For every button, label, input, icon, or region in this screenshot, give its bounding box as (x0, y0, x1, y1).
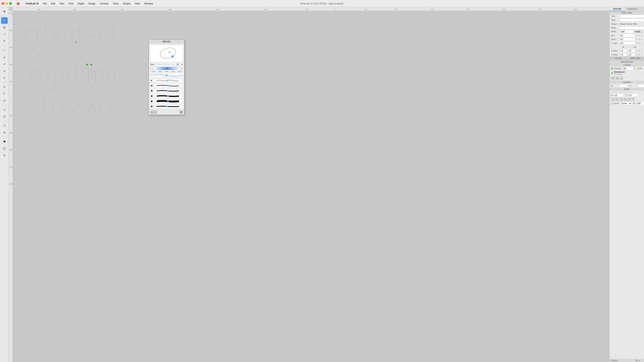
anchor-tool-btn[interactable] (1, 84, 8, 90)
size-dropdown[interactable]: ▼ (181, 64, 183, 66)
eyedrop-tool-btn[interactable] (1, 138, 8, 145)
knife-tool-btn[interactable] (1, 31, 8, 38)
n-input[interactable] (620, 84, 627, 87)
r-input[interactable] (636, 102, 644, 105)
asc-input[interactable] (620, 34, 635, 37)
size-slider[interactable] (155, 64, 174, 65)
brush-curve-slider[interactable] (150, 73, 183, 77)
brush-options-btn[interactable]: ☰ (180, 110, 183, 114)
fonts-options-icon[interactable]: ○ (641, 359, 642, 362)
size-input[interactable]: 30 (175, 63, 180, 66)
pressure-thumb[interactable] (166, 68, 168, 70)
modify-btn[interactable]: Modify... (634, 30, 642, 33)
lgap-refresh[interactable]: ↻ (641, 42, 642, 44)
maximize-button[interactable] (9, 2, 12, 5)
y-input[interactable] (628, 94, 638, 97)
menu-glyph[interactable]: Glyph (76, 1, 86, 6)
tsn-input[interactable] (620, 18, 644, 22)
desc-refresh[interactable]: ↻ (641, 38, 642, 40)
pen-tool-btn[interactable] (1, 47, 8, 54)
vstem-input1[interactable] (620, 49, 627, 52)
menu-fontlab[interactable]: FontLab VI (24, 1, 40, 6)
asc-refresh[interactable]: ↻ (641, 34, 642, 36)
opacity-input[interactable] (623, 67, 633, 70)
other-input[interactable] (620, 26, 644, 29)
ellipse-tool-btn[interactable] (1, 106, 8, 113)
hash-input[interactable] (638, 84, 644, 87)
canvas-content[interactable]: ✦ BRUSH ◢▷ (13, 11, 610, 362)
asc-down[interactable]: ▼ (638, 34, 640, 36)
panel-more-btn[interactable]: ⋯ (640, 7, 644, 11)
desc-up[interactable]: ▲ (636, 38, 638, 40)
canvas-area[interactable]: -3500 -3000 -2500 -2000 -1500 -1000 -500… (9, 7, 610, 362)
pressure-slider[interactable] (154, 67, 180, 70)
layer-settings-btn[interactable]: ⚙ (616, 76, 619, 80)
lgap-down[interactable]: ▼ (638, 42, 640, 44)
hstem-input1[interactable] (620, 53, 627, 56)
layer-eye-icon[interactable]: · (641, 72, 641, 74)
hand-tool-btn[interactable] (1, 122, 8, 129)
layer-lock-icon[interactable]: ·· (640, 72, 640, 74)
layer-settings-icon[interactable]: ○ (642, 72, 642, 74)
hstem-down[interactable]: ▼ (638, 54, 640, 56)
menu-file[interactable]: File (41, 1, 49, 6)
brush-tool-btn[interactable] (1, 61, 8, 67)
brush-item-5[interactable] (150, 99, 183, 104)
tfn-input[interactable] (620, 15, 644, 18)
x-input[interactable] (614, 94, 624, 97)
zoom-tool-btn[interactable] (1, 129, 8, 136)
remove-layer-btn[interactable]: − (620, 76, 623, 80)
star-tool-btn[interactable]: ★ (1, 8, 8, 15)
vstem-refresh[interactable]: ↻ (641, 50, 642, 52)
asc-up[interactable]: ▲ (636, 34, 638, 36)
add-layer-btn[interactable]: + (611, 76, 615, 80)
opacity-eye-icon[interactable]: 👁 (640, 68, 641, 70)
desc-input[interactable] (620, 38, 635, 41)
vstem-input2[interactable] (628, 49, 635, 52)
pencil-tool-btn[interactable] (1, 54, 8, 60)
minimize-button[interactable] (5, 2, 8, 5)
glyph-canvas[interactable] (16, 15, 247, 158)
transform-rotate-r[interactable]: ↱ (623, 98, 627, 101)
menu-edit[interactable]: Edit (49, 1, 57, 6)
tab-font-info-2[interactable]: FONT INFO (627, 57, 644, 60)
menu-view[interactable]: View (133, 1, 142, 6)
menu-tools[interactable]: Tools (111, 1, 120, 6)
brush-item-3[interactable] (150, 88, 183, 93)
layer-item-sketchboard[interactable]: Sketchboard 84 shapes ·· · ○ (610, 70, 644, 76)
transform-mirror[interactable]: ⇔ (627, 98, 631, 101)
transform-flip-h[interactable]: ↕ (611, 98, 615, 101)
lgap-input[interactable] (620, 42, 635, 45)
opacity-up[interactable]: ▲ (634, 68, 636, 70)
corner-type-select[interactable]: Corner Smooth Tangent (620, 102, 632, 105)
remove-brush-btn[interactable]: − (154, 110, 157, 114)
tab-glyph[interactable]: GLYPH (610, 57, 627, 60)
transform-flip-v[interactable]: △ (615, 98, 619, 101)
brush-item-2[interactable] (150, 84, 183, 88)
menu-shape[interactable]: Shape (86, 1, 98, 6)
pointer-tool-btn[interactable] (1, 17, 8, 24)
menu-scripts[interactable]: Scripts (121, 1, 132, 6)
menu-font[interactable]: Font (66, 1, 75, 6)
desc-down[interactable]: ▼ (638, 38, 640, 40)
measure-tool-btn[interactable] (1, 98, 8, 104)
lgap-up[interactable]: ▲ (636, 42, 638, 44)
text-tool-btn[interactable]: T (1, 38, 8, 44)
apple-menu[interactable]: 🍎 (14, 1, 22, 6)
opacity-visible-icon[interactable]: ○ (642, 68, 642, 70)
upm-input[interactable]: 1000 (620, 30, 634, 33)
brush-item-6[interactable] (150, 104, 183, 109)
opacity-lock-icon[interactable]: 🔒 (637, 68, 639, 70)
transform-rotate-l[interactable]: ↰ (619, 98, 623, 101)
hstem-input2[interactable] (628, 53, 635, 56)
guide-tool-btn[interactable] (1, 152, 8, 158)
brush-checkbox[interactable] (150, 67, 153, 70)
brush-item-4[interactable] (150, 94, 183, 98)
node-tool-btn[interactable] (1, 24, 8, 31)
add-brush-btn[interactable]: + (150, 110, 154, 114)
brush-item-1[interactable] (150, 78, 183, 83)
corner-tool-btn[interactable] (1, 90, 8, 97)
pinch-tool-btn[interactable] (1, 74, 8, 81)
hstem-refresh[interactable]: ↻ (641, 54, 642, 56)
fonts-settings-icon[interactable]: ⚙ (636, 359, 638, 362)
